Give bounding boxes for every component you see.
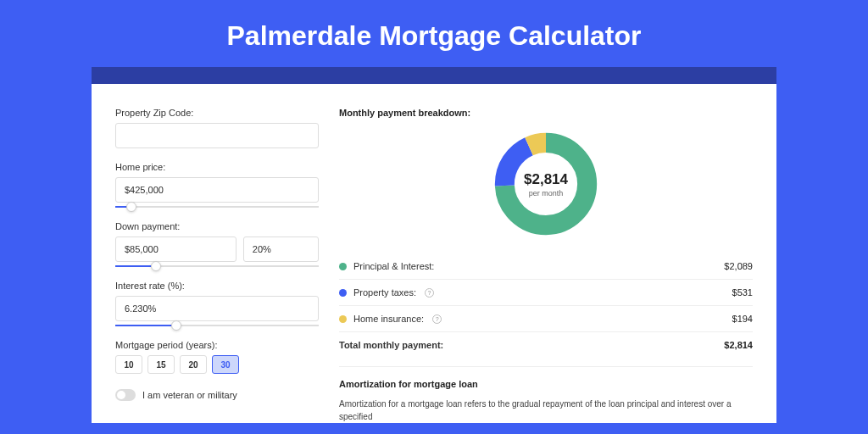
down-payment-slider[interactable]	[115, 265, 319, 267]
zip-input[interactable]	[115, 123, 319, 148]
veteran-row: I am veteran or military	[115, 389, 319, 401]
breakdown-row: Property taxes:?$531	[339, 279, 753, 305]
breakdown-label: Principal & Interest:	[353, 261, 434, 271]
amortization-section: Amortization for mortgage loan Amortizat…	[339, 366, 753, 423]
down-payment-input[interactable]	[115, 236, 236, 262]
breakdown-title: Monthly payment breakdown:	[339, 108, 753, 118]
calculator-card: Property Zip Code: Home price: Down paym…	[92, 84, 776, 423]
legend-dot	[339, 315, 347, 323]
breakdown-value: $194	[732, 314, 753, 324]
period-btn-30[interactable]: 30	[212, 355, 239, 374]
zip-field: Property Zip Code:	[115, 108, 319, 148]
breakdown-row: Home insurance:?$194	[339, 305, 753, 331]
amortization-text: Amortization for a mortgage loan refers …	[339, 398, 753, 423]
legend-dot	[339, 263, 347, 270]
interest-field: Interest rate (%):	[115, 281, 319, 326]
breakdown-row: Principal & Interest:$2,089	[339, 253, 753, 279]
legend-dot	[339, 289, 347, 297]
period-btn-10[interactable]: 10	[115, 355, 142, 374]
total-label: Total monthly payment:	[339, 340, 443, 350]
breakdown-panel: Monthly payment breakdown: $2,814 per mo…	[339, 108, 753, 423]
interest-slider[interactable]	[115, 325, 319, 326]
header-band	[92, 67, 776, 84]
info-icon[interactable]: ?	[432, 314, 442, 324]
down-payment-label: Down payment:	[115, 221, 319, 231]
period-buttons: 10152030	[115, 355, 319, 374]
home-price-slider[interactable]	[115, 206, 319, 208]
total-value: $2,814	[724, 340, 753, 350]
page-title: Palmerdale Mortgage Calculator	[0, 0, 868, 67]
interest-input[interactable]	[115, 296, 319, 321]
period-btn-20[interactable]: 20	[180, 355, 207, 374]
info-icon[interactable]: ?	[425, 288, 434, 298]
home-price-input[interactable]	[115, 177, 319, 203]
zip-label: Property Zip Code:	[115, 108, 319, 118]
breakdown-value: $2,089	[724, 261, 753, 271]
period-label: Mortgage period (years):	[115, 340, 319, 350]
period-field: Mortgage period (years): 10152030	[115, 340, 319, 374]
home-price-label: Home price:	[115, 162, 319, 172]
breakdown-value: $531	[732, 287, 753, 298]
donut-center: $2,814 per month	[524, 171, 568, 198]
breakdown-label: Property taxes:	[353, 287, 416, 298]
amortization-title: Amortization for mortgage loan	[339, 379, 753, 389]
home-price-field: Home price:	[115, 162, 319, 208]
veteran-label: I am veteran or military	[142, 390, 237, 400]
veteran-toggle[interactable]	[115, 389, 136, 401]
donut-amount: $2,814	[524, 171, 568, 188]
payment-donut-chart: $2,814 per month	[492, 130, 600, 238]
breakdown-label: Home insurance:	[353, 314, 424, 324]
period-btn-15[interactable]: 15	[147, 355, 175, 374]
down-payment-field: Down payment:	[115, 221, 319, 267]
donut-wrap: $2,814 per month	[339, 130, 753, 238]
down-payment-pct-input[interactable]	[243, 236, 319, 262]
interest-label: Interest rate (%):	[115, 281, 319, 291]
inputs-panel: Property Zip Code: Home price: Down paym…	[115, 108, 319, 423]
total-row: Total monthly payment: $2,814	[339, 331, 753, 358]
donut-sub: per month	[524, 189, 568, 198]
